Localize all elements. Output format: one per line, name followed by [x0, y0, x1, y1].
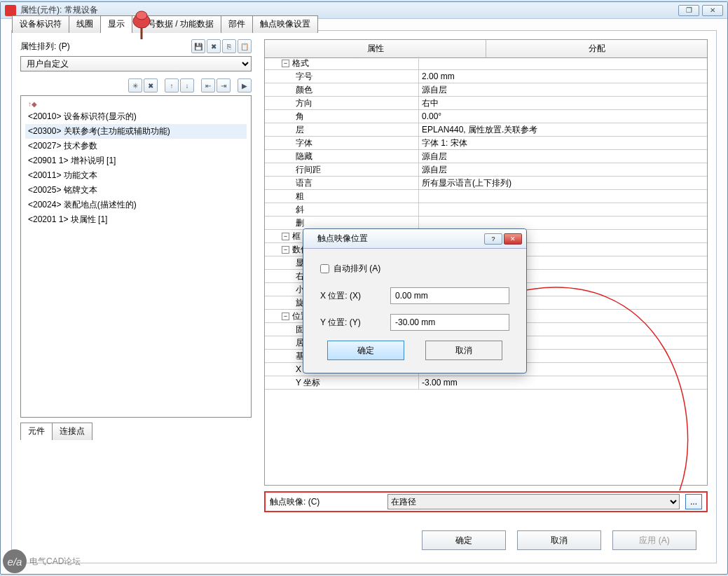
- list-item[interactable]: <20027> 技术参数: [25, 139, 247, 153]
- delete-icon[interactable]: ✖: [207, 39, 221, 53]
- remove-icon[interactable]: ✖: [144, 78, 158, 92]
- group-row[interactable]: −格式: [265, 57, 419, 69]
- dialog-ok-button[interactable]: 确定: [327, 341, 404, 360]
- property-row[interactable]: 层EPLAN440, 属性放置.关联参考: [265, 123, 707, 137]
- anchor-right-icon[interactable]: ⇥: [217, 78, 231, 92]
- auto-arrange-label: 自动排列 (A): [334, 263, 380, 275]
- down-icon[interactable]: ↓: [180, 78, 194, 92]
- contact-image-position-dialog: 触点映像位置 ? ✕ 自动排列 (A) X 位置: (X) Y 位置: (Y) …: [303, 228, 527, 373]
- dialog-help-button[interactable]: ?: [484, 233, 502, 245]
- contact-image-select[interactable]: 在路径: [387, 494, 680, 509]
- tab-contact-image[interactable]: 触点映像设置: [252, 15, 318, 33]
- x-position-label: X 位置: (X): [320, 290, 390, 302]
- restore-button[interactable]: ❐: [678, 5, 699, 16]
- contact-image-label: 触点映像: (C): [270, 496, 382, 508]
- new-icon[interactable]: ✳: [128, 78, 142, 92]
- anchor-left-icon[interactable]: ⇤: [201, 78, 215, 92]
- list-item[interactable]: <20025> 铭牌文本: [25, 183, 247, 198]
- play-icon[interactable]: ▶: [238, 78, 252, 92]
- auto-arrange-checkbox[interactable]: [320, 264, 329, 273]
- col-property: 属性: [265, 40, 486, 57]
- dialog-close-button[interactable]: ✕: [504, 233, 522, 245]
- tab-coil[interactable]: 线圈: [69, 15, 101, 33]
- list-item[interactable]: <20024> 装配地点(描述性的): [25, 198, 247, 212]
- cancel-button[interactable]: 取消: [517, 530, 601, 550]
- property-row[interactable]: Y 坐标-3.00 mm: [265, 376, 707, 390]
- property-row[interactable]: 颜色源自层: [265, 83, 707, 97]
- property-list[interactable]: ↑◆ <20010> 设备标识符(显示的) <20300> 关联参考(主功能或辅…: [20, 95, 252, 418]
- sort-label: 属性排列: (P): [20, 41, 191, 53]
- save-icon[interactable]: 💾: [191, 39, 205, 53]
- property-row[interactable]: 字号2.00 mm: [265, 70, 707, 83]
- close-button[interactable]: ✕: [702, 5, 723, 16]
- list-item[interactable]: <20201 1> 块属性 [1]: [25, 212, 247, 227]
- x-position-input[interactable]: [390, 287, 509, 304]
- tab-device-id[interactable]: 设备标识符: [12, 15, 69, 33]
- watermark-logo: e/a: [3, 549, 27, 573]
- sub-tab-component[interactable]: 元件: [20, 423, 53, 440]
- property-row[interactable]: 字体字体 1: 宋体: [265, 137, 707, 150]
- dialog-icon: [308, 234, 317, 244]
- list-item[interactable]: <20901 1> 增补说明 [1]: [25, 153, 247, 168]
- property-row[interactable]: 方向右中: [265, 97, 707, 110]
- y-position-label: Y 位置: (Y): [320, 317, 390, 329]
- property-row[interactable]: 角0.00°: [265, 110, 707, 123]
- watermark: e/a 电气CAD论坛: [3, 549, 81, 573]
- tab-parts[interactable]: 部件: [221, 15, 253, 33]
- dialog-title: 触点映像位置: [317, 233, 484, 245]
- tab-symbol-data[interactable]: 符号数据 / 功能数据: [132, 15, 221, 33]
- apply-button[interactable]: 应用 (A): [612, 530, 696, 550]
- contact-image-browse-button[interactable]: ...: [685, 494, 702, 509]
- tab-display[interactable]: 显示: [100, 15, 132, 33]
- left-pane: 属性排列: (P) 💾 ✖ ⎘ 📋 用户自定义 ✳ ✖ ↑ ↓ ⇤ ⇥: [20, 39, 252, 507]
- ok-button[interactable]: 确定: [422, 530, 506, 550]
- property-row[interactable]: 语言所有显示语言(上下排列): [265, 177, 707, 190]
- paste-icon[interactable]: 📋: [238, 39, 252, 53]
- list-item[interactable]: <20010> 设备标识符(显示的): [25, 109, 247, 124]
- list-item[interactable]: <20300> 关联参考(主功能或辅助功能): [25, 124, 247, 139]
- list-item[interactable]: <20011> 功能文本: [25, 168, 247, 183]
- property-row[interactable]: 粗: [265, 190, 707, 203]
- main-tabs: 设备标识符 线圈 显示 符号数据 / 功能数据 部件 触点映像设置: [12, 15, 317, 32]
- property-row[interactable]: 行间距源自层: [265, 163, 707, 177]
- col-value: 分配: [486, 40, 707, 57]
- property-row[interactable]: 斜: [265, 203, 707, 217]
- sort-select[interactable]: 用户自定义: [20, 56, 252, 71]
- y-position-input[interactable]: [390, 314, 509, 331]
- dialog-cancel-button[interactable]: 取消: [425, 341, 502, 360]
- up-icon[interactable]: ↑: [165, 78, 179, 92]
- sub-tab-connection[interactable]: 连接点: [52, 423, 92, 440]
- contact-image-row: 触点映像: (C) 在路径 ...: [264, 491, 708, 512]
- copy-icon[interactable]: ⎘: [222, 39, 236, 53]
- property-row[interactable]: 隐藏源自层: [265, 150, 707, 163]
